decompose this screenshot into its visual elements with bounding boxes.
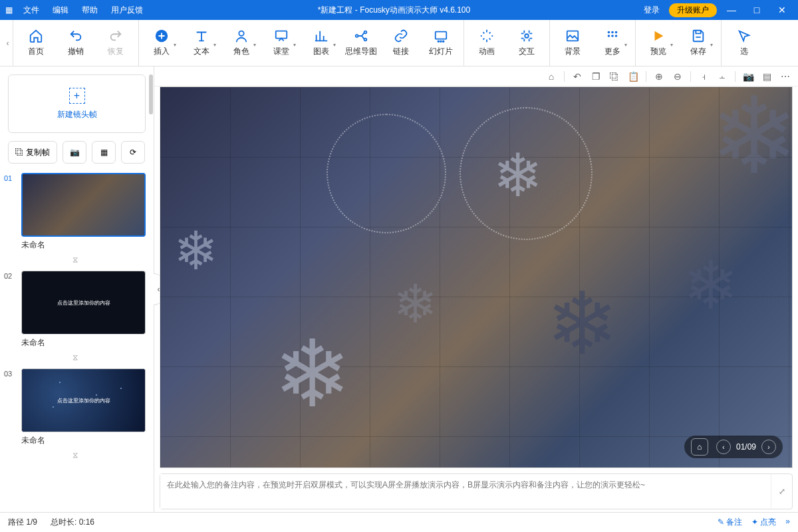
svg-point-3 (356, 35, 358, 37)
mindmap-button[interactable]: 思维导图 (341, 23, 381, 63)
svg-rect-6 (436, 32, 447, 39)
slide-item-3[interactable]: 03 点击这里添加你的内容 未命名 ⧖ (0, 366, 154, 464)
qr-icon: ▦ (100, 148, 108, 157)
svg-point-13 (611, 31, 614, 34)
redo-icon (108, 29, 123, 43)
align-left-icon[interactable]: ⫞ (696, 69, 711, 84)
slide-thumb-2: 点击这里添加你的内容 (21, 271, 146, 334)
image-icon (565, 29, 580, 43)
insert-button[interactable]: 插入▾ (142, 23, 182, 63)
new-frame-button[interactable]: + 新建镜头帧 (8, 74, 146, 133)
sidebar: + 新建镜头帧 ⿻复制帧 📷 ▦ ⟳ 01 未命名 ⧖ 02 点击这里添加你的内… (0, 66, 154, 512)
canvas-home-icon[interactable]: ⌂ (544, 69, 559, 84)
status-duration: 总时长: 0:16 (51, 517, 94, 528)
status-likes-button[interactable]: ✦ 点亮 (751, 517, 776, 528)
slide-button[interactable]: 幻灯片 (421, 23, 461, 63)
camera-icon: 📷 (70, 148, 80, 157)
class-button[interactable]: 课堂▾ (261, 23, 301, 63)
notes-expand-icon[interactable]: ⤢ (771, 474, 792, 509)
home-button[interactable]: 首页 (16, 23, 56, 63)
canvas-copy-icon[interactable]: ❐ (589, 69, 603, 84)
person-icon (234, 29, 249, 43)
svg-point-8 (440, 41, 442, 42)
minimize-button[interactable]: — (721, 5, 742, 15)
status-remark-button[interactable]: ✎ 备注 (718, 517, 742, 528)
canvas-more-icon[interactable]: ⋯ (778, 69, 793, 84)
svg-rect-2 (276, 31, 287, 39)
menu-file[interactable]: 文件 (17, 5, 46, 16)
role-button[interactable]: 角色▾ (221, 23, 261, 63)
canvas[interactable]: ❄ ❄ ❄ ❄ ❄ ❄ ❄ ⌂ ‹ 01/09 › (160, 86, 793, 468)
page-indicator: 01/09 (736, 442, 756, 452)
more-button[interactable]: 更多▾ (593, 23, 632, 63)
svg-point-12 (608, 31, 610, 34)
svg-point-14 (615, 31, 618, 34)
statusbar: 路径 1/9 总时长: 0:16 ✎ 备注 ✦ 点亮 » (0, 512, 798, 532)
sparkle-icon (479, 29, 494, 43)
interact-icon (519, 29, 534, 43)
copy-frame-button[interactable]: ⿻复制帧 (8, 141, 57, 164)
collapse-left-icon[interactable]: ‹ (3, 20, 13, 66)
animation-button[interactable]: 动画 (467, 23, 507, 63)
toolbar: ‹ 首页 撤销 恢复 插入▾ 文本▾ 角色▾ 课堂▾ 图表▾ 思维导图 链接 幻… (0, 20, 798, 66)
window-title: *新建工程 - Focusky动画演示大师 v4.6.100 (150, 5, 638, 16)
preview-button[interactable]: 预览▾ (638, 23, 678, 63)
board-icon (274, 29, 289, 43)
undo-button[interactable]: 撤销 (56, 23, 96, 63)
qr-button[interactable]: ▦ (92, 141, 116, 164)
layers-icon[interactable]: ▤ (759, 69, 774, 84)
page-prev-button[interactable]: ‹ (716, 440, 731, 454)
slide-item-1[interactable]: 01 未命名 ⧖ (0, 170, 154, 268)
maximize-button[interactable]: □ (746, 5, 767, 15)
sidebar-scrollbar[interactable] (148, 66, 154, 512)
zoom-out-icon[interactable]: ⊖ (670, 69, 685, 84)
text-icon (194, 29, 209, 43)
canvas-paste-icon[interactable]: 📋 (626, 69, 640, 84)
copy-icon: ⿻ (15, 148, 23, 157)
slide-thumb-3: 点击这里添加你的内容 (21, 368, 146, 432)
svg-point-5 (364, 39, 367, 41)
background-button[interactable]: 背景 (553, 23, 593, 63)
menu-feedback[interactable]: 用户反馈 (104, 5, 150, 16)
canvas-duplicate-icon[interactable]: ⿻ (607, 69, 622, 84)
mindmap-icon (354, 29, 368, 43)
plus-circle-icon (154, 29, 169, 43)
transition-icon[interactable]: ⧖ (4, 449, 146, 461)
align-center-icon[interactable]: ⫠ (715, 69, 730, 84)
titlebar: ▦ 文件 编辑 帮助 用户反馈 *新建工程 - Focusky动画演示大师 v4… (0, 0, 798, 20)
app-icon: ▦ (5, 5, 13, 15)
upgrade-button[interactable]: 升级账户 (669, 3, 717, 17)
zoom-in-icon[interactable]: ⊕ (652, 69, 666, 84)
canvas-toolbar: ⌂ ↶ ❐ ⿻ 📋 ⊕ ⊖ ⫞ ⫠ 📷 ▤ ⋯ (154, 66, 798, 86)
page-nav-home-icon[interactable]: ⌂ (691, 438, 708, 456)
cursor-icon (737, 29, 751, 43)
link-button[interactable]: 链接 (381, 23, 421, 63)
chart-button[interactable]: 图表▾ (301, 23, 341, 63)
transition-icon[interactable]: ⧖ (4, 253, 146, 265)
canvas-undo-icon[interactable]: ↶ (570, 69, 585, 84)
slide-icon (434, 29, 448, 43)
svg-point-16 (611, 35, 614, 37)
notes-input[interactable] (160, 474, 771, 509)
slide-item-2[interactable]: 02 点击这里添加你的内容 未命名 ⧖ (0, 268, 154, 366)
page-nav: ⌂ ‹ 01/09 › (684, 436, 783, 458)
interact-button[interactable]: 交互 (507, 23, 547, 63)
capture-icon[interactable]: 📷 (741, 69, 755, 84)
save-button[interactable]: 保存▾ (678, 23, 718, 63)
close-button[interactable]: ✕ (771, 5, 793, 15)
notes-panel: ⤢ (160, 473, 793, 509)
menu-edit[interactable]: 编辑 (46, 5, 75, 16)
status-expand-icon[interactable]: » (785, 517, 790, 528)
text-button[interactable]: 文本▾ (182, 23, 221, 63)
svg-point-15 (608, 35, 610, 37)
refresh-icon: ⟳ (130, 148, 136, 157)
canvas-area: ‹ ⌂ ↶ ❐ ⿻ 📋 ⊕ ⊖ ⫞ ⫠ 📷 ▤ ⋯ ❄ ❄ ❄ ❄ (154, 66, 798, 512)
select-button[interactable]: 选 (724, 23, 764, 63)
login-link[interactable]: 登录 (638, 5, 665, 16)
redo-button[interactable]: 恢复 (96, 23, 136, 63)
refresh-button[interactable]: ⟳ (121, 141, 145, 164)
transition-icon[interactable]: ⧖ (4, 351, 146, 363)
menu-help[interactable]: 帮助 (75, 5, 104, 16)
camera-button[interactable]: 📷 (63, 141, 86, 164)
page-next-button[interactable]: › (761, 440, 776, 454)
